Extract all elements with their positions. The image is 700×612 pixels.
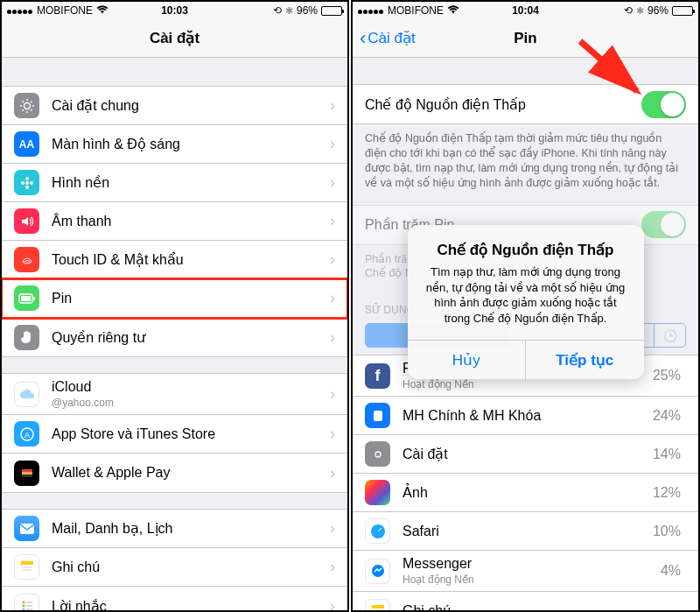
app-pct: 10%	[653, 524, 681, 539]
battery-pct-label: 96%	[648, 4, 668, 17]
row-privacy[interactable]: Quyền riêng tư ›	[2, 318, 347, 356]
mail-icon	[14, 516, 39, 541]
right-screenshot: MOBIFONE 10:04 ⟲ ✱ 96% ‹ Cài đặt Pin Chế…	[351, 0, 700, 612]
orientation-lock-icon: ⟲	[273, 4, 282, 17]
svg-point-28	[22, 605, 24, 608]
usage-row[interactable]: MessengerHoạt động Nền 4%	[353, 551, 698, 592]
speaker-icon	[14, 208, 39, 234]
row-low-power-mode[interactable]: Chế độ Nguồn điện Thấp	[353, 85, 698, 123]
status-time: 10:03	[161, 4, 188, 17]
appstore-icon: A	[14, 421, 39, 447]
app-name: Messenger	[402, 556, 661, 572]
chevron-right-icon: ›	[330, 558, 335, 576]
row-touchid[interactable]: Touch ID & Mật khẩu ›	[2, 241, 347, 279]
carrier-label: MOBIFONE	[37, 4, 93, 17]
svg-rect-33	[374, 411, 382, 421]
text-size-icon: AA	[14, 131, 39, 157]
carrier-label: MOBIFONE	[388, 4, 444, 17]
row-display[interactable]: AA Màn hình & Độ sáng ›	[2, 125, 347, 164]
notes-icon	[14, 554, 39, 580]
row-wallpaper[interactable]: Hình nền ›	[2, 164, 347, 202]
svg-point-34	[375, 452, 381, 457]
status-bar: MOBIFONE 10:04 ⟲ ✱ 96%	[353, 2, 698, 19]
app-name: Ảnh	[402, 484, 653, 501]
chevron-right-icon: ›	[330, 425, 335, 443]
row-label: Lời nhắc	[52, 598, 330, 611]
orientation-lock-icon: ⟲	[624, 4, 633, 17]
flower-icon	[14, 170, 39, 195]
notes-icon	[365, 599, 390, 610]
usage-row[interactable]: Safari 10%	[353, 512, 698, 551]
bluetooth-icon: ✱	[285, 5, 293, 17]
chevron-right-icon: ›	[330, 173, 335, 192]
svg-rect-15	[33, 297, 35, 300]
battery-pct-label: 96%	[297, 4, 318, 17]
app-name: Cài đặt	[402, 446, 653, 462]
chevron-right-icon: ›	[330, 96, 335, 115]
chevron-right-icon: ›	[330, 212, 335, 230]
row-label: Âm thanh	[52, 214, 330, 229]
signal-dots-icon	[358, 4, 384, 17]
chevron-right-icon: ›	[330, 519, 335, 538]
chevron-right-icon: ›	[330, 250, 335, 269]
row-notes[interactable]: Ghi chú ›	[2, 548, 347, 587]
usage-row[interactable]: Ảnh 12%	[353, 474, 698, 512]
low-power-toggle[interactable]	[641, 91, 686, 118]
alert-confirm-button[interactable]: Tiếp tục	[525, 341, 644, 379]
nav-bar: ‹ Cài đặt Pin	[353, 19, 698, 58]
bluetooth-icon: ✱	[636, 5, 644, 17]
chevron-right-icon: ›	[330, 289, 335, 307]
usage-row[interactable]: MH Chính & MH Khóa 24%	[353, 397, 698, 435]
row-icloud[interactable]: iCloud @yahoo.com ›	[2, 374, 347, 415]
svg-point-13	[30, 181, 33, 185]
back-button[interactable]: ‹ Cài đặt	[360, 27, 416, 50]
svg-rect-24	[21, 561, 33, 565]
row-sounds[interactable]: Âm thanh ›	[2, 202, 347, 241]
page-title: Cài đặt	[150, 29, 200, 47]
fingerprint-icon	[14, 247, 39, 272]
safari-icon	[365, 518, 390, 544]
page-title: Pin	[514, 30, 536, 47]
svg-rect-16	[21, 296, 31, 301]
usage-row[interactable]: Ghi chú	[353, 592, 698, 610]
row-label: Quyền riêng tư	[52, 329, 330, 346]
wifi-icon	[447, 4, 459, 17]
svg-point-29	[22, 608, 24, 611]
alert-backdrop: Chế độ Nguồn điện Thấp Tìm nạp thư, làm …	[353, 225, 698, 379]
home-lock-icon	[365, 403, 390, 428]
svg-point-9	[25, 181, 29, 185]
row-appstore[interactable]: A App Store và iTunes Store ›	[2, 415, 347, 454]
svg-line-6	[31, 109, 32, 111]
svg-point-27	[22, 601, 24, 604]
usage-row[interactable]: Cài đặt 14%	[353, 435, 698, 474]
svg-rect-20	[22, 469, 32, 472]
svg-text:A: A	[24, 430, 29, 439]
row-label: Wallet & Apple Pay	[52, 465, 330, 481]
row-label: Hình nền	[52, 174, 330, 191]
svg-line-8	[22, 109, 24, 111]
svg-rect-22	[20, 524, 34, 534]
chevron-right-icon: ›	[330, 464, 335, 482]
svg-point-11	[25, 186, 29, 189]
battery-icon	[672, 6, 693, 16]
chevron-right-icon: ›	[330, 135, 335, 153]
nav-bar: Cài đặt	[2, 19, 347, 58]
back-label: Cài đặt	[368, 29, 415, 47]
row-general[interactable]: Cài đặt chung ›	[2, 87, 347, 125]
app-pct: 24%	[653, 408, 681, 424]
settings-list[interactable]: Cài đặt chung › AA Màn hình & Độ sáng › …	[2, 58, 347, 610]
row-wallet[interactable]: Wallet & Apple Pay ›	[2, 454, 347, 492]
row-mail[interactable]: Mail, Danh bạ, Lịch ›	[2, 510, 347, 548]
row-reminders[interactable]: Lời nhắc ›	[2, 587, 347, 610]
row-label: Màn hình & Độ sáng	[52, 136, 330, 152]
row-sublabel: @yahoo.com	[52, 397, 330, 409]
gear-icon	[14, 93, 39, 118]
chevron-left-icon: ‹	[360, 27, 366, 50]
confirmation-alert: Chế độ Nguồn điện Thấp Tìm nạp thư, làm …	[408, 225, 644, 379]
app-name: Safari	[402, 524, 653, 539]
svg-rect-21	[22, 472, 32, 475]
row-battery[interactable]: Pin ›	[2, 279, 347, 318]
row-label: Chế độ Nguồn điện Thấp	[365, 96, 641, 113]
alert-message: Tìm nạp thư, làm mới ứng dụng trong nền,…	[422, 264, 630, 326]
alert-cancel-button[interactable]: Hủy	[408, 341, 526, 379]
